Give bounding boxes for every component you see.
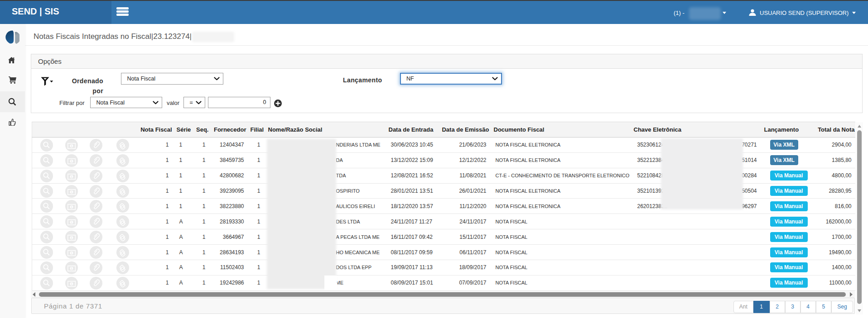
svg-text:1: 1 [71,252,72,255]
svg-text:1: 1 [71,190,72,194]
svg-text:1: 1 [71,144,72,147]
svg-text:1: 1 [71,160,72,163]
svg-text:1: 1 [71,282,72,285]
svg-text:1: 1 [71,221,72,224]
svg-text:1: 1 [71,205,72,209]
svg-text:1: 1 [71,236,72,239]
svg-text:1: 1 [71,267,72,270]
svg-text:1: 1 [71,175,72,178]
